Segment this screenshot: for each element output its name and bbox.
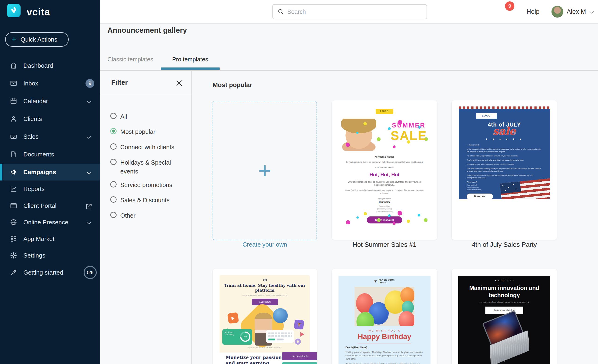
filter-option-label: Service promotions (120, 181, 179, 190)
template-card-july4[interactable]: LOGO 4th of JULY sale ★ ★ ★ ★ ★ ★ Hi the… (452, 100, 557, 240)
template-card-tech[interactable]: ◈ YOURLOGO Maximum innovation and techno… (452, 269, 557, 364)
user-avatar[interactable] (551, 6, 564, 18)
sidebar-item-documents[interactable]: Documents (0, 146, 100, 163)
global-search[interactable] (272, 4, 427, 19)
like-us-facebook: Like us on Facebook (458, 363, 550, 364)
sidebar-item-label: Documents (23, 151, 54, 158)
get-started-button: Get started (252, 299, 278, 305)
brand-wordmark: vcita (27, 7, 50, 18)
quick-actions-button[interactable]: + Quick Actions (5, 32, 69, 47)
sidebar-item-calendar[interactable]: Calendar (0, 93, 100, 110)
radio-icon (110, 113, 116, 119)
chart-icon (10, 185, 17, 193)
template-logo-badge: LOGO (476, 113, 497, 119)
sidebar-item-label: Sales (23, 133, 39, 140)
close-icon[interactable] (175, 79, 183, 87)
sidebar-item-dashboard[interactable]: Dashboard (0, 57, 100, 74)
top-header: 9 Help Alex M (100, 0, 598, 24)
radio-icon (110, 143, 116, 150)
template-card-hot-summer[interactable]: LOGO SUMMER SALE Hi [client's name], It'… (332, 100, 437, 240)
sidebar-item-label: Clients (23, 115, 42, 122)
template-logo-badge: ◈ YOURLOGO (458, 279, 550, 282)
exercise-ball (273, 308, 288, 323)
paragraph: In the true spirit of liberty and the pu… (467, 148, 542, 153)
progress-ring: 75% (240, 332, 250, 342)
summer-word: SUMMER (382, 122, 436, 129)
sidebar-item-settings[interactable]: Settings (0, 247, 100, 264)
tech-email: ◈ YOURLOGO Maximum innovation and techno… (458, 276, 550, 364)
paragraph: From [service name] to [service name], w… (344, 189, 425, 195)
template-card-fitness[interactable]: oo Train at home. Stay healthy with our … (213, 269, 317, 364)
filter-option-sales-discounts[interactable]: Sales & Discounts (110, 196, 179, 205)
know-more-button: Know more about us (485, 307, 523, 314)
dumbbell-icon: 🏋 (294, 319, 304, 330)
filter-option-holidays[interactable]: Holidays & Special events (110, 159, 175, 176)
sidebar-item-online-presence[interactable]: Online Presence (0, 214, 100, 231)
instructor-button: I am an instructor (282, 352, 317, 360)
radio-selected-icon (110, 128, 116, 134)
inbox-count-badge: 9 (85, 79, 94, 88)
sidebar-item-app-market[interactable]: App Market (0, 230, 100, 247)
template-name: 4th of July Sales Party (452, 241, 557, 248)
template-card-birthday[interactable]: ♥ PLACE YOUR LOGO WE WISH YOU A Happy Bi… (332, 269, 437, 364)
filter-option-service-promotions[interactable]: Service promotions (110, 181, 179, 190)
money-icon (10, 133, 17, 140)
sidebar-item-label: Reports (23, 185, 45, 193)
create-your-own-link[interactable]: Create your own (213, 241, 317, 248)
gear-icon (10, 252, 17, 259)
tech-subtitle: Lorem ipsum dolor sit amet, consectetur … (458, 301, 550, 303)
calendar-widget (266, 330, 294, 343)
create-your-own-card[interactable]: + (213, 101, 317, 240)
filter-option-label: Most popular (120, 128, 179, 136)
browser-icon (10, 202, 17, 210)
sidebar-item-getting-started[interactable]: Getting started 0/6 (0, 264, 100, 281)
birthday-email: ♥ PLACE YOUR LOGO WE WISH YOU A Happy Bi… (339, 276, 431, 364)
greeting: Hi [client's name], (344, 155, 425, 159)
globe-icon (10, 218, 17, 226)
summer-hero-image: SUMMER SALE (336, 117, 433, 152)
logo-text: LOGO (379, 281, 386, 284)
help-link[interactable]: Help (526, 0, 540, 23)
chevron-down-icon (85, 169, 92, 177)
chevron-down-icon (85, 134, 92, 141)
sidebar-item-sales[interactable]: Sales (0, 128, 100, 145)
chevron-down-icon (85, 98, 92, 106)
document-icon (10, 151, 17, 158)
person-icon (10, 115, 17, 122)
radio-icon (110, 212, 116, 218)
fitness-illustration: ▶ 🏋 My Plan For Today 75% (220, 307, 310, 346)
user-name[interactable]: Alex M (567, 0, 586, 23)
fitness-logo-icon: oo (220, 278, 310, 282)
sidebar-item-label: Online Presence (23, 219, 68, 226)
external-link-icon (85, 203, 92, 210)
app-grid-icon (10, 235, 17, 243)
user-menu-chevron-icon[interactable] (589, 9, 595, 16)
filter-option-most-popular[interactable]: Most popular (110, 128, 179, 136)
sidebar-item-label: Settings (23, 252, 45, 259)
filter-option-connect[interactable]: Connect with clients (110, 143, 179, 152)
your-position: [Your position] (344, 205, 425, 208)
sidebar-item-reports[interactable]: Reports (0, 180, 100, 197)
active-tab-underline (161, 67, 220, 70)
sidebar-item-clients[interactable]: Clients (0, 110, 100, 127)
filter-option-other[interactable]: Other (110, 212, 179, 220)
sidebar-item-label: Campaigns (23, 169, 56, 176)
sale-word: SALE (382, 129, 436, 142)
vcita-person-glyph (9, 6, 18, 15)
sidebar-item-client-portal[interactable]: Client Portal (0, 197, 100, 214)
radio-icon (110, 196, 116, 203)
filter-option-label: Other (120, 211, 179, 220)
sidebar-item-inbox[interactable]: Inbox 9 (0, 75, 100, 92)
notification-badge[interactable]: 9 (505, 1, 514, 11)
section-title: Most popular (213, 81, 252, 89)
tab-pro-templates[interactable]: Pro templates (161, 56, 220, 63)
sidebar-item-campaigns[interactable]: Campaigns (0, 164, 100, 180)
search-icon (277, 8, 284, 15)
vcita-logo-icon[interactable] (7, 4, 21, 17)
tab-classic-templates[interactable]: Classic templates (108, 56, 153, 63)
filter-title: Filter (111, 79, 128, 86)
filter-option-all[interactable]: All (110, 113, 179, 121)
july-email: LOGO 4th of JULY sale ★ ★ ★ ★ ★ ★ Hi the… (459, 106, 550, 199)
search-input[interactable] (287, 8, 414, 15)
stars-row: ★ ★ ★ ★ ★ ★ (459, 138, 550, 141)
